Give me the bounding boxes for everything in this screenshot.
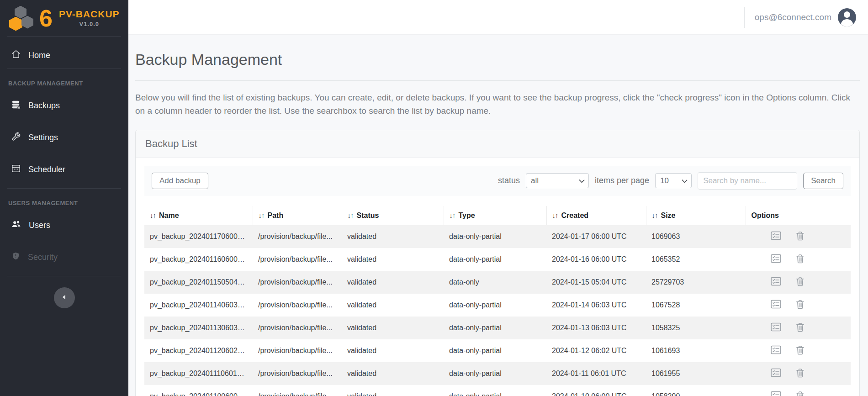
- hexagon-logo-icon: [9, 5, 35, 32]
- table-row: pv_backup_20240111060136_.../provision/b…: [144, 362, 851, 385]
- cell-options: [746, 339, 851, 362]
- topbar-divider: [744, 7, 745, 28]
- trash-icon: [796, 327, 804, 333]
- delete-backup-button[interactable]: [796, 391, 804, 396]
- column-header-created[interactable]: ↓↑Created: [546, 206, 646, 225]
- cell-path: /provision/backup/file...: [253, 317, 342, 339]
- cell-size: 1065352: [646, 248, 746, 271]
- delete-backup-button[interactable]: [796, 231, 804, 242]
- table-row: pv_backup_20240112060228_.../provision/b…: [144, 339, 851, 362]
- delete-backup-button[interactable]: [796, 300, 804, 311]
- page-title: Backup Management: [135, 51, 860, 69]
- app-version: V1.0.0: [79, 21, 99, 27]
- cell-created: 2024-01-12 06:02 UTC: [546, 339, 646, 362]
- add-backup-button[interactable]: Add backup: [152, 173, 208, 189]
- cell-path: /provision/backup/file...: [253, 339, 342, 362]
- cell-created: 2024-01-10 06:00 UTC: [546, 385, 646, 396]
- sidebar-item-security[interactable]: Security: [0, 244, 128, 270]
- cell-created: 2024-01-16 06:00 UTC: [546, 248, 646, 271]
- trash-icon: [796, 258, 804, 265]
- trash-icon: [796, 372, 804, 379]
- check-progress-button[interactable]: [771, 254, 781, 264]
- cell-options: [746, 271, 851, 294]
- column-header-path[interactable]: ↓↑Path: [253, 206, 342, 225]
- cell-path: /provision/backup/file...: [253, 225, 342, 248]
- main-content: Backup Management Below you will find th…: [128, 34, 868, 396]
- sidebar-collapse-button[interactable]: [54, 287, 75, 308]
- delete-backup-button[interactable]: [796, 368, 804, 379]
- trash-icon: [796, 304, 804, 311]
- check-progress-button[interactable]: [771, 345, 781, 356]
- sidebar-item-label: Home: [28, 51, 50, 60]
- sort-icon: ↓↑: [259, 211, 265, 219]
- cell-type: data-only-partial: [444, 225, 546, 248]
- sidebar-divider: [7, 276, 121, 276]
- sort-icon: ↓↑: [552, 211, 558, 219]
- cell-status: validated: [342, 385, 444, 396]
- shield-icon: [11, 251, 21, 264]
- table-row: pv_backup_20240115050426_.../provision/b…: [144, 271, 851, 294]
- sidebar-divider: [7, 36, 121, 37]
- sidebar-item-label: Settings: [28, 133, 58, 143]
- cell-options: [746, 225, 851, 248]
- check-progress-button[interactable]: [771, 391, 781, 396]
- app-name: PV-BACKUP: [59, 9, 120, 20]
- check-progress-button[interactable]: [771, 300, 781, 310]
- check-progress-icon: [771, 280, 781, 287]
- column-header-status[interactable]: ↓↑Status: [342, 206, 444, 225]
- check-progress-button[interactable]: [771, 322, 781, 333]
- check-progress-button[interactable]: [771, 277, 781, 287]
- trash-icon: [796, 235, 804, 242]
- cell-options: [746, 294, 851, 317]
- sidebar-item-users[interactable]: Users: [0, 212, 128, 238]
- check-progress-button[interactable]: [771, 231, 781, 242]
- sidebar-item-scheduler[interactable]: Scheduler: [0, 156, 128, 183]
- cell-size: 1058325: [646, 317, 746, 339]
- search-input[interactable]: [698, 172, 797, 190]
- cell-size: 1067528: [646, 294, 746, 317]
- column-header-type[interactable]: ↓↑Type: [444, 206, 546, 225]
- sidebar-item-backups[interactable]: Backups: [0, 92, 128, 119]
- cell-size: 1061955: [646, 362, 746, 385]
- cell-path: /provision/backup/file...: [253, 385, 342, 396]
- cell-options: [746, 362, 851, 385]
- top-bar: ops@6connect.com: [128, 0, 868, 34]
- search-button[interactable]: Search: [803, 173, 843, 189]
- home-icon: [11, 49, 21, 62]
- delete-backup-button[interactable]: [796, 322, 804, 333]
- database-icon: [11, 100, 21, 112]
- user-avatar-icon[interactable]: [838, 8, 856, 26]
- backup-table-body: pv_backup_20240117060047_.../provision/b…: [144, 225, 851, 396]
- cell-path: /provision/backup/file...: [253, 248, 342, 271]
- cell-name: pv_backup_20240111060136_...: [144, 362, 253, 385]
- cell-status: validated: [342, 362, 444, 385]
- cell-path: /provision/backup/file...: [253, 362, 342, 385]
- check-progress-icon: [771, 326, 781, 333]
- cell-path: /provision/backup/file...: [253, 294, 342, 317]
- sidebar-item-label: Security: [28, 253, 58, 262]
- status-filter-select[interactable]: all: [526, 173, 589, 188]
- sort-icon: ↓↑: [348, 211, 354, 219]
- delete-backup-button[interactable]: [796, 277, 804, 288]
- user-email: ops@6connect.com: [755, 12, 831, 22]
- cell-status: validated: [342, 294, 444, 317]
- items-per-page-select[interactable]: 10: [655, 173, 692, 188]
- check-progress-button[interactable]: [771, 368, 781, 379]
- cell-status: validated: [342, 271, 444, 294]
- sort-icon: ↓↑: [652, 211, 658, 219]
- collapse-arrow-icon: [61, 294, 68, 302]
- delete-backup-button[interactable]: [796, 254, 804, 265]
- app-root: 6 PV-BACKUP V1.0.0 Home BACKUP MANAGEMEN…: [0, 0, 868, 396]
- sidebar-item-home[interactable]: Home: [0, 42, 128, 69]
- cell-name: pv_backup_20240115050426_...: [144, 271, 253, 294]
- delete-backup-button[interactable]: [796, 345, 804, 356]
- column-header-size[interactable]: ↓↑Size: [646, 206, 746, 225]
- cell-type: data-only-partial: [444, 294, 546, 317]
- cell-status: validated: [342, 248, 444, 271]
- card-body: Add backup status all items per page: [136, 158, 859, 396]
- column-header-name[interactable]: ↓↑Name: [144, 206, 253, 225]
- check-progress-icon: [771, 349, 781, 356]
- cell-path: /provision/backup/file...: [253, 271, 342, 294]
- sidebar-item-settings[interactable]: Settings: [0, 124, 128, 151]
- table-row: pv_backup_20240110060045_.../provision/b…: [144, 385, 851, 396]
